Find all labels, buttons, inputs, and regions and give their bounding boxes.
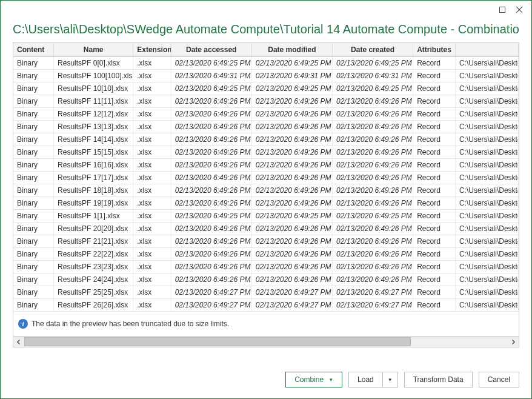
table-row[interactable]: BinaryResultsPF 100[100].xlsx.xlsx02/13/… [13,70,519,82]
cell-da: 02/13/2020 6:49:31 PM [171,70,251,82]
table-row[interactable]: BinaryResultsPF 1[1].xlsx.xlsx02/13/2020… [13,210,519,223]
cell-dc: 02/13/2020 6:49:26 PM [333,184,413,197]
col-header-name[interactable]: Name [54,43,133,57]
col-header-date-created[interactable]: Date created [333,43,413,57]
horizontal-scrollbar[interactable] [13,337,519,347]
table-row[interactable]: BinaryResultsPF 17[17].xlsx.xlsx02/13/20… [13,172,519,184]
scroll-track[interactable] [24,337,508,347]
col-header-extension[interactable]: Extension [133,43,171,57]
table-row[interactable]: BinaryResultsPF 21[21].xlsx.xlsx02/13/20… [13,235,519,248]
col-header-date-modified[interactable]: Date modified [251,43,332,57]
cell-content: Binary [13,235,54,248]
col-header-path[interactable] [455,43,518,57]
cell-da: 02/13/2020 6:49:26 PM [171,172,251,184]
cell-path: C:\Users\ali\Deskto [455,261,518,273]
transform-data-button[interactable]: Transform Data [404,372,473,387]
cell-content: Binary [13,159,54,172]
combine-button[interactable]: Combine ▼ [285,372,342,387]
cell-da: 02/13/2020 6:49:25 PM [171,57,251,70]
cell-da: 02/13/2020 6:49:27 PM [171,299,251,312]
cell-da: 02/13/2020 6:49:26 PM [171,223,251,235]
table-header-row: Content Name Extension Date accessed Dat… [13,43,519,57]
cell-dm: 02/13/2020 6:49:26 PM [251,133,332,146]
cell-path: C:\Users\ali\Deskto [455,95,518,108]
titlebar [1,1,531,19]
table-row[interactable]: BinaryResultsPF 15[15].xlsx.xlsx02/13/20… [13,146,519,159]
cell-dm: 02/13/2020 6:49:25 PM [251,82,332,95]
cell-da: 02/13/2020 6:49:26 PM [171,108,251,121]
cell-dc: 02/13/2020 6:49:26 PM [333,223,413,235]
table-row[interactable]: BinaryResultsPF 10[10].xlsx.xlsx02/13/20… [13,82,519,95]
table-row[interactable]: BinaryResultsPF 19[19].xlsx.xlsx02/13/20… [13,197,519,210]
table-row[interactable]: BinaryResultsPF 24[24].xlsx.xlsx02/13/20… [13,273,519,286]
cell-dc: 02/13/2020 6:49:26 PM [333,108,413,121]
cell-dm: 02/13/2020 6:49:26 PM [251,184,332,197]
scroll-thumb[interactable] [24,337,411,346]
load-label: Load [357,375,374,384]
table-row[interactable]: BinaryResultsPF 23[23].xlsx.xlsx02/13/20… [13,261,519,273]
cell-dm: 02/13/2020 6:49:25 PM [251,57,332,70]
table-row[interactable]: BinaryResultsPF 26[26].xlsx.xlsx02/13/20… [13,299,519,312]
cell-attr: Record [413,248,456,261]
info-icon: i [18,319,28,329]
cell-dm: 02/13/2020 6:49:26 PM [251,223,332,235]
cell-name: ResultsPF 22[22].xlsx [54,248,133,261]
close-icon[interactable] [511,3,528,16]
table-row[interactable]: BinaryResultsPF 18[18].xlsx.xlsx02/13/20… [13,184,519,197]
cell-content: Binary [13,273,54,286]
cell-dc: 02/13/2020 6:49:25 PM [333,57,413,70]
cell-content: Binary [13,57,54,70]
cell-ext: .xlsx [133,248,171,261]
cell-name: ResultsPF 17[17].xlsx [54,172,133,184]
cell-ext: .xlsx [133,95,171,108]
table-row[interactable]: BinaryResultsPF 0[0].xlsx.xlsx02/13/2020… [13,57,519,70]
table-row[interactable]: BinaryResultsPF 16[16].xlsx.xlsx02/13/20… [13,159,519,172]
maximize-icon[interactable] [494,3,511,16]
cell-path: C:\Users\ali\Deskto [455,146,518,159]
cell-dc: 02/13/2020 6:49:26 PM [333,133,413,146]
combine-label: Combine [294,375,324,384]
cell-dm: 02/13/2020 6:49:27 PM [251,286,332,299]
table-row[interactable]: BinaryResultsPF 25[25].xlsx.xlsx02/13/20… [13,286,519,299]
cell-ext: .xlsx [133,286,171,299]
col-header-attributes[interactable]: Attributes [413,43,456,57]
cell-dc: 02/13/2020 6:49:26 PM [333,197,413,210]
table-row[interactable]: BinaryResultsPF 13[13].xlsx.xlsx02/13/20… [13,121,519,133]
cell-dc: 02/13/2020 6:49:26 PM [333,146,413,159]
cell-dc: 02/13/2020 6:49:25 PM [333,82,413,95]
cell-attr: Record [413,159,456,172]
cell-attr: Record [413,273,456,286]
table-row[interactable]: BinaryResultsPF 20[20].xlsx.xlsx02/13/20… [13,223,519,235]
cell-ext: .xlsx [133,108,171,121]
col-header-date-accessed[interactable]: Date accessed [171,43,251,57]
cell-ext: .xlsx [133,197,171,210]
cell-dc: 02/13/2020 6:49:27 PM [333,299,413,312]
cell-content: Binary [13,210,54,223]
load-dropdown-button[interactable]: ▼ [382,372,398,387]
load-button[interactable]: Load [348,372,382,387]
cell-attr: Record [413,121,456,133]
table-row[interactable]: BinaryResultsPF 12[12].xlsx.xlsx02/13/20… [13,108,519,121]
cell-name: ResultsPF 24[24].xlsx [54,273,133,286]
cell-name: ResultsPF 13[13].xlsx [54,121,133,133]
cell-da: 02/13/2020 6:49:26 PM [171,261,251,273]
cell-name: ResultsPF 25[25].xlsx [54,286,133,299]
cell-content: Binary [13,70,54,82]
cell-dm: 02/13/2020 6:49:26 PM [251,235,332,248]
cell-ext: .xlsx [133,172,171,184]
cell-dc: 02/13/2020 6:49:26 PM [333,159,413,172]
col-header-content[interactable]: Content [13,43,54,57]
cell-da: 02/13/2020 6:49:26 PM [171,95,251,108]
table-row[interactable]: BinaryResultsPF 22[22].xlsx.xlsx02/13/20… [13,248,519,261]
table-row[interactable]: BinaryResultsPF 11[11].xlsx.xlsx02/13/20… [13,95,519,108]
cancel-button[interactable]: Cancel [479,372,519,387]
cell-name: ResultsPF 26[26].xlsx [54,299,133,312]
cell-name: ResultsPF 15[15].xlsx [54,146,133,159]
cell-content: Binary [13,95,54,108]
transform-label: Transform Data [413,375,464,384]
scroll-left-icon[interactable] [13,337,24,347]
table-row[interactable]: BinaryResultsPF 14[14].xlsx.xlsx02/13/20… [13,133,519,146]
load-split-button: Load ▼ [348,372,398,387]
scroll-right-icon[interactable] [508,337,519,347]
cell-attr: Record [413,70,456,82]
